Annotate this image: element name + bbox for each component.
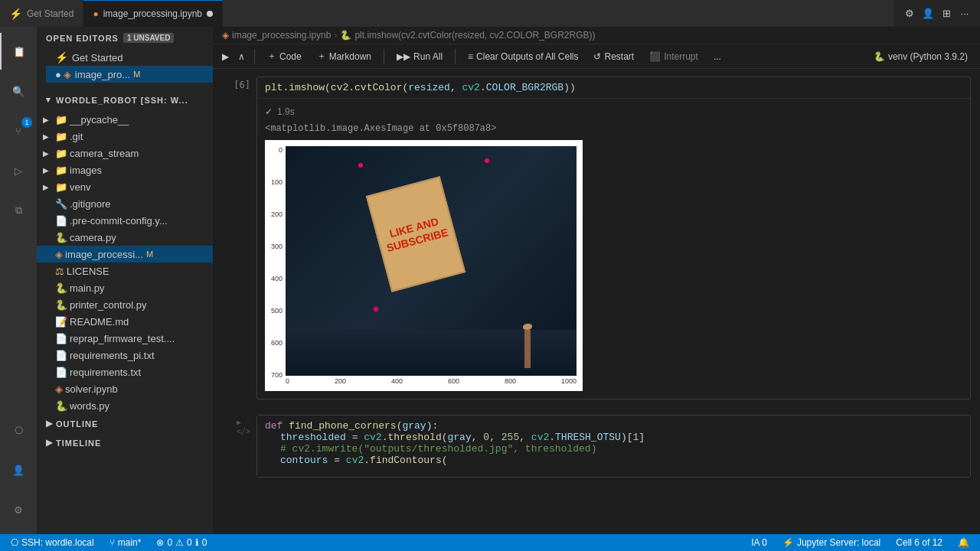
run-controls-left[interactable]: ▶ (219, 49, 232, 64)
cell-7-code[interactable]: def find_phone_corners(gray): thresholde… (257, 416, 970, 477)
toolbar-sep1 (254, 49, 255, 64)
restart-button[interactable]: ↺ Restart (587, 49, 640, 64)
tree-item-images[interactable]: ▶ 📁 images (37, 161, 213, 178)
open-file-get-started[interactable]: ⚡ Get Started (46, 49, 213, 66)
y-axis: 0 100 200 300 400 500 600 700 (271, 146, 286, 385)
outline-section[interactable]: ▶ OUTLINE (37, 414, 213, 433)
activity-item-settings[interactable]: ⚙ (0, 491, 37, 528)
status-left: ⎔ SSH: wordle.local ⑂ main* ⊗ 0 ⚠ 0 ℹ 0 (6, 534, 211, 551)
y-label-0: 0 (279, 146, 283, 154)
wordle-header[interactable]: ▾ WORDLE_ROBOT [SSH: W... (37, 89, 213, 111)
collapse-icon[interactable]: </> (237, 427, 250, 435)
activity-item-source-control[interactable]: ⑂ 1 (0, 112, 37, 149)
open-file-label: Get Started (72, 52, 122, 64)
tree-item-printer[interactable]: 🐍 printer_control.py (37, 296, 213, 313)
clear-icon: ≡ (468, 51, 473, 62)
layout-icon[interactable]: ⊞ (940, 8, 952, 20)
tree-item-reprap[interactable]: 📄 reprap_firmware_test.... (37, 330, 213, 347)
tab-bar: ⚡ Get Started ● image_processing.ipynb (0, 0, 894, 27)
breadcrumb-python-icon: 🐍 (340, 30, 351, 41)
status-bell[interactable]: 🔔 (953, 534, 974, 551)
timing-value: 1.9s (277, 106, 295, 117)
chevron-right-icon: ▶ (43, 116, 55, 124)
tree-item-venv[interactable]: ▶ 📁 venv (37, 178, 213, 195)
add-markdown-button[interactable]: ＋ Markdown (311, 47, 377, 65)
cell-nav-up[interactable]: ∧ (235, 49, 248, 64)
sidebar: OPEN EDITORS 1 UNSAVED ⚡ Get Started ● ◈… (37, 27, 213, 534)
tree-item-req[interactable]: 📄 requirements.txt (37, 364, 213, 380)
activity-item-run[interactable]: ▷ (0, 152, 37, 189)
tree-item-license[interactable]: ⚖ LICENSE (37, 262, 213, 279)
y-label-500: 500 (271, 307, 283, 315)
tree-item-git[interactable]: ▶ 📁 .git (37, 128, 213, 145)
open-file-image-pro[interactable]: ● ◈ image_pro... M (46, 66, 213, 83)
editor-area: ◈ image_processing.ipynb › 🐍 plt.imshow(… (213, 27, 980, 534)
file-ipynb-icon2: ◈ (55, 383, 63, 395)
tree-item-camera-py[interactable]: 🐍 camera.py (37, 229, 213, 246)
settings-icon[interactable]: ⚙ (903, 8, 916, 20)
tree-item-words[interactable]: 🐍 words.py (37, 397, 213, 414)
y-label-600: 600 (271, 339, 283, 347)
cell-6-code[interactable]: plt.imshow(cv2.cvtColor(resized, cv2.COL… (257, 77, 970, 98)
status-branch[interactable]: ⑂ main* (105, 534, 146, 551)
more-dots-icon: ... (714, 51, 721, 62)
activity-item-search[interactable]: 🔍 (0, 73, 37, 109)
plot-area: 0 100 200 300 400 500 600 700 (271, 146, 577, 385)
tree-item-image-processing[interactable]: ◈ image_processi... M (37, 246, 213, 262)
breadcrumb-symbol[interactable]: plt.imshow(cv2.cvtColor(resized, cv2.COL… (354, 30, 595, 41)
tree-item-readme[interactable]: 📝 README.md (37, 313, 213, 330)
red-dot-3 (374, 307, 378, 311)
add-code-button[interactable]: ＋ Code (261, 47, 308, 65)
tree-item-gitignore[interactable]: 🔧 .gitignore (37, 195, 213, 212)
tab-image-processing[interactable]: ● image_processing.ipynb (83, 0, 223, 27)
folder-icon: 📁 (55, 148, 67, 159)
activity-item-explorer[interactable]: 📋 (0, 33, 37, 70)
tree-label: main.py (70, 282, 105, 294)
more-icon[interactable]: ··· (959, 8, 971, 20)
breadcrumb-file[interactable]: image_processing.ipynb (232, 30, 331, 41)
status-cell[interactable]: Cell 6 of 12 (891, 534, 947, 551)
status-errors[interactable]: ⊗ 0 ⚠ 0 ℹ 0 (152, 534, 211, 551)
status-ssh[interactable]: ⎔ SSH: wordle.local (6, 534, 99, 551)
activity-item-extensions[interactable]: ⧉ (0, 192, 37, 229)
x-label-800: 800 (505, 377, 516, 385)
status-ia[interactable]: IA 0 (746, 534, 772, 551)
interrupt-button[interactable]: ⬛ Interrupt (643, 49, 704, 64)
tree-label: images (70, 165, 102, 176)
tree-item-solver[interactable]: ◈ solver.ipynb (37, 380, 213, 397)
tree-item-req-pi[interactable]: 📄 requirements_pi.txt (37, 347, 213, 364)
kernel-info[interactable]: 🐍 venv (Python 3.9.2) (867, 49, 974, 64)
toolbar-more-button[interactable]: ... (707, 49, 727, 64)
tree-item-pycache[interactable]: ▶ 📁 __pycache__ (37, 111, 213, 128)
tree-item-camera-stream[interactable]: ▶ 📁 camera_stream (37, 145, 213, 161)
chevron-right-icon: ▶ (43, 183, 55, 191)
activity-item-remote[interactable]: ⎔ (0, 412, 37, 448)
tree-item-main-py[interactable]: 🐍 main.py (37, 279, 213, 296)
plot-container: 0 100 200 300 400 500 600 700 (265, 140, 583, 391)
tree-label: reprap_firmware_test.... (70, 333, 175, 344)
tree-item-precommit[interactable]: 📄 .pre-commit-config.y... (37, 212, 213, 229)
run-all-button[interactable]: ▶▶ Run All (390, 49, 449, 64)
tree-label: requirements.txt (70, 367, 141, 378)
x-label-200: 200 (335, 377, 346, 385)
branch-icon: ⑂ (109, 537, 115, 548)
expand-icon[interactable]: ▶ (237, 418, 250, 426)
activity-item-account[interactable]: 👤 (0, 452, 37, 488)
accounts-icon[interactable]: 👤 (922, 8, 934, 20)
extensions-icon: ⧉ (15, 204, 22, 217)
y-label-300: 300 (271, 243, 283, 250)
status-jupyter[interactable]: ⚡ Jupyter Server: local (778, 534, 885, 551)
cell-6-body[interactable]: plt.imshow(cv2.cvtColor(resized, cv2.COL… (256, 77, 971, 399)
status-right: IA 0 ⚡ Jupyter Server: local Cell 6 of 1… (746, 534, 974, 551)
red-dot-2 (485, 158, 489, 163)
cell-label: Cell 6 of 12 (896, 537, 942, 548)
file-git-icon: 🔧 (55, 198, 67, 210)
breadcrumb-file-icon: ◈ (222, 30, 229, 41)
notebook-content: [6] plt.imshow(cv2.cvtColor(resized, cv2… (213, 69, 980, 534)
cell-7-body[interactable]: def find_phone_corners(gray): thresholde… (256, 415, 971, 478)
x-label-0: 0 (286, 377, 289, 385)
clear-outputs-button[interactable]: ≡ Clear Outputs of All Cells (462, 49, 584, 64)
tab-get-started[interactable]: ⚡ Get Started (0, 0, 83, 27)
file-md-icon: 📝 (55, 316, 67, 328)
timeline-section[interactable]: ▶ TIMELINE (37, 433, 213, 452)
